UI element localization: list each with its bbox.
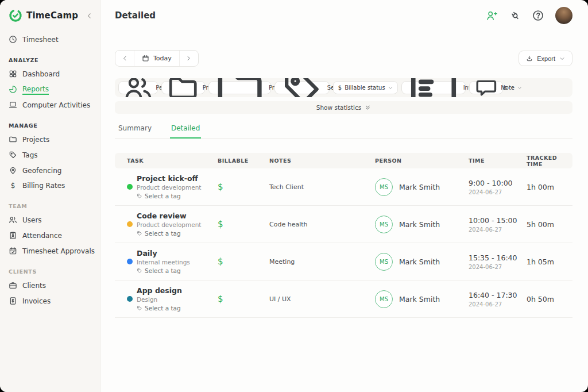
task-name: Project kick-off	[137, 174, 201, 183]
task-cell: App design Design Select a tag	[127, 286, 218, 312]
sidebar-item-timesheet[interactable]: Timesheet	[0, 32, 100, 47]
tab-detailed[interactable]: Detailed	[170, 124, 201, 139]
detailed-report-table: TASK BILLABLE NOTES PERSON TIME TRACKED …	[115, 153, 572, 318]
sidebar: TimeCamp Timesheet ANALYZE Dashboard Rep…	[0, 0, 100, 392]
map-pin-icon	[9, 166, 17, 175]
billable-indicator[interactable]: $	[218, 219, 269, 229]
sidebar-collapse-button[interactable]	[86, 12, 93, 20]
help-button[interactable]	[532, 10, 544, 21]
integrations-button[interactable]	[509, 10, 521, 21]
pie-chart-icon	[9, 85, 17, 94]
select-tag-button[interactable]: Select a tag	[137, 305, 182, 312]
main-area: Detailed	[100, 0, 588, 392]
time-range: 16:40 - 17:30	[469, 291, 527, 299]
sidebar-item-projects[interactable]: Projects	[0, 132, 100, 147]
sidebar-item-attendance[interactable]: Attendance	[0, 228, 100, 243]
task-project: Product development	[137, 184, 201, 191]
timecamp-logo-icon	[9, 9, 22, 22]
billable-indicator[interactable]: $	[218, 256, 269, 267]
person-initials-avatar: MS	[375, 216, 393, 233]
sidebar-item-clients[interactable]: Clients	[0, 278, 100, 293]
table-row: Code review Product development Select a…	[115, 206, 572, 243]
filter-note[interactable]: Note	[469, 81, 504, 94]
filter-invoiced-status[interactable]: Invoiced status	[401, 81, 466, 94]
task-project: Product development	[137, 221, 201, 228]
today-label: Today	[153, 55, 172, 62]
tag-icon	[9, 151, 17, 159]
next-day-button[interactable]	[180, 51, 198, 66]
sidebar-item-dashboard[interactable]: Dashboard	[0, 66, 100, 82]
date-navigator: Today	[115, 50, 199, 67]
select-tag-button[interactable]: Select a tag	[137, 267, 190, 274]
page-title: Detailed	[115, 10, 156, 21]
sidebar-item-computer-activities[interactable]: Computer Activities	[0, 97, 100, 113]
note-bubble-icon	[474, 78, 498, 97]
chevron-down-icon	[559, 56, 565, 62]
export-button[interactable]: Export	[519, 51, 572, 66]
time-cell: 9:00 - 10:00 2024-06-27	[469, 179, 527, 195]
invoice-icon	[9, 297, 17, 305]
entry-date: 2024-06-27	[469, 264, 527, 270]
person-cell: MS Mark Smith	[375, 178, 469, 196]
time-range: 9:00 - 10:00	[469, 179, 527, 187]
billable-indicator[interactable]: $	[218, 294, 269, 304]
tag-icon	[137, 193, 142, 199]
sidebar-item-timesheet-approvals[interactable]: Timesheet Approvals	[0, 243, 100, 259]
today-button[interactable]: Today	[134, 51, 180, 66]
report-tabs: Summary Detailed	[115, 124, 572, 139]
sidebar-item-reports[interactable]: Reports	[0, 82, 100, 97]
calendar-icon	[142, 55, 149, 62]
top-bar: Detailed	[100, 0, 588, 31]
billable-indicator[interactable]: $	[218, 182, 269, 192]
sidebar-item-tags[interactable]: Tags	[0, 147, 100, 163]
time-range: 15:35 - 16:40	[469, 253, 527, 262]
task-cell: Daily Internal meetings Select a tag	[127, 249, 218, 274]
person-name: Mark Smith	[399, 183, 440, 191]
sidebar-item-geofencing[interactable]: Geofencing	[0, 163, 100, 178]
filter-select-tag[interactable]: Select a tag	[274, 81, 330, 94]
folder-icon	[9, 135, 17, 144]
filter-projects[interactable]: Projects	[161, 81, 204, 94]
column-task: TASK	[127, 157, 218, 164]
sidebar-item-users[interactable]: Users	[0, 212, 100, 228]
user-avatar[interactable]	[555, 7, 572, 24]
select-tag-button[interactable]: Select a tag	[137, 193, 201, 199]
tracked-time: 1h 00m	[527, 183, 572, 191]
task-cell: Project kick-off Product development Sel…	[127, 174, 218, 199]
folder-icon	[167, 78, 199, 97]
clock-icon	[9, 35, 17, 44]
briefcase-icon	[9, 281, 17, 290]
show-statistics-toggle[interactable]: Show statistics	[115, 101, 572, 114]
column-tracked-time: TRACKED TIME	[527, 155, 572, 167]
prev-day-button[interactable]	[115, 51, 134, 66]
person-initials-avatar: MS	[375, 290, 393, 308]
show-statistics-label: Show statistics	[316, 104, 361, 111]
note-text: Meeting	[269, 258, 375, 266]
person-cell: MS Mark Smith	[375, 216, 469, 233]
time-range: 10:00 - 15:00	[469, 216, 527, 225]
sidebar-item-billing-rates[interactable]: $ Billing Rates	[0, 178, 100, 193]
note-text: Tech Client	[269, 183, 375, 191]
card-list-icon	[407, 78, 461, 97]
sidebar-section-manage: MANAGE	[0, 113, 100, 132]
plug-icon	[509, 10, 521, 21]
chevron-right-icon	[185, 55, 192, 62]
time-cell: 15:35 - 16:40 2024-06-27	[469, 253, 527, 270]
sidebar-item-invoices[interactable]: Invoices	[0, 293, 100, 309]
clipboard-person-icon	[9, 231, 17, 240]
person-name: Mark Smith	[399, 220, 440, 229]
time-cell: 16:40 - 17:30 2024-06-27	[469, 291, 527, 308]
users-icon	[9, 216, 17, 224]
tracked-time: 1h 05m	[527, 258, 572, 266]
select-tag-button[interactable]: Select a tag	[137, 230, 201, 237]
column-notes: NOTES	[269, 157, 375, 164]
note-text: Code health	[269, 221, 375, 228]
task-name: Code review	[137, 212, 201, 220]
filter-billable-status[interactable]: $ Billable status	[333, 81, 398, 94]
invite-user-button[interactable]	[486, 10, 498, 22]
filter-projects-status[interactable]: Projects status	[208, 81, 271, 94]
tab-summary[interactable]: Summary	[117, 124, 153, 139]
filter-people[interactable]: People	[118, 81, 158, 94]
entry-date: 2024-06-27	[469, 226, 527, 233]
person-name: Mark Smith	[399, 258, 440, 266]
